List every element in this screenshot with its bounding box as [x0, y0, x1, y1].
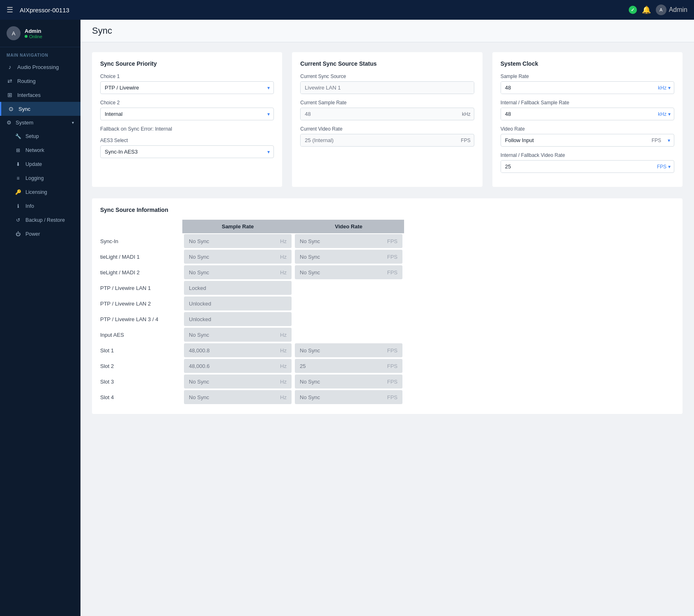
choice2-label: Choice 2	[100, 100, 274, 106]
current-sample-rate-group: Current Sample Rate kHz	[300, 100, 474, 120]
internal-fallback-sample-rate-group: Internal / Fallback Sample Rate kHz ▾	[501, 100, 674, 120]
sidebar-item-label: Sync	[18, 106, 30, 112]
choice2-select[interactable]: Internal PTP / Livewire Sync-In AES3	[100, 108, 274, 120]
internal-fallback-video-rate-label: Internal / Fallback Video Rate	[501, 152, 674, 158]
sync-in-vr-cell: No Sync FPS	[295, 234, 402, 248]
tielight1-sr-unit: Hz	[280, 254, 287, 260]
chevron-down-icon: ▾	[72, 120, 74, 125]
sample-rate-chevron-down-icon: ▾	[668, 85, 671, 91]
input-aes-sr-unit: Hz	[280, 332, 287, 338]
info-icon: ℹ	[15, 203, 21, 209]
user-menu[interactable]: A Admin	[656, 5, 687, 15]
row-label: tieLight / MADI 1	[100, 250, 182, 264]
tielight1-sr-value: No Sync	[189, 254, 209, 260]
sidebar-item-system[interactable]: ⚙ System ▾	[0, 116, 80, 129]
sidebar-item-setup[interactable]: 🔧 Setup	[0, 129, 80, 143]
current-video-rate-group: Current Video Rate FPS	[300, 126, 474, 147]
sidebar-item-sync[interactable]: ⊙ Sync	[0, 102, 80, 116]
menu-icon[interactable]: ☰	[7, 5, 13, 14]
network-icon: ⊞	[15, 147, 21, 154]
sidebar-item-label: Setup	[25, 133, 39, 139]
aes3-select[interactable]: Sync-In AES3 Input AES3	[100, 145, 274, 158]
sync-in-sr-cell: No Sync Hz	[184, 234, 292, 248]
aes3-label: AES3 Select	[100, 138, 274, 143]
sidebar: A Admin Online MAIN NAVIGATION ♪ Audio P…	[0, 20, 80, 616]
sync-source-info-heading: Sync Source Information	[100, 207, 674, 213]
sidebar-item-update[interactable]: ⬇ Update	[0, 157, 80, 171]
input-aes-sr-cell: No Sync Hz	[184, 328, 292, 342]
sidebar-item-interfaces[interactable]: ⊞ Interfaces	[0, 88, 80, 102]
row-label: Slot 1	[100, 343, 182, 357]
system-icon: ⚙	[7, 120, 11, 126]
internal-fallback-video-rate-group: Internal / Fallback Video Rate FPS ▾	[501, 152, 674, 173]
table-row: tieLight / MADI 2 No Sync Hz No Sync FPS	[100, 265, 674, 279]
content-area: Sync Source Priority Choice 1 PTP / Live…	[80, 42, 694, 424]
current-video-rate-label: Current Video Rate	[300, 126, 474, 132]
tielight2-vr-unit: FPS	[387, 269, 398, 276]
slot3-sr-cell: No Sync Hz	[184, 375, 292, 388]
slot4-sr-value: No Sync	[189, 394, 209, 400]
sidebar-item-label: Logging	[25, 175, 44, 181]
sidebar-avatar: A	[7, 26, 21, 40]
ptp-lan2-sr-cell: Unlocked	[184, 297, 292, 310]
audio-processing-icon: ♪	[7, 64, 13, 70]
choice1-select[interactable]: PTP / Livewire Internal Sync-In AES3 tie…	[100, 81, 274, 94]
table-row: Sync-In No Sync Hz No Sync FPS	[100, 234, 674, 248]
sidebar-item-info[interactable]: ℹ Info	[0, 199, 80, 213]
row-label: Slot 4	[100, 390, 182, 404]
choice1-label: Choice 1	[100, 74, 274, 79]
internal-fallback-sample-chevron-down-icon: ▾	[668, 111, 671, 117]
slot2-vr-value: 25	[300, 363, 306, 369]
sidebar-item-backup-restore[interactable]: ↺ Backup / Restore	[0, 213, 80, 227]
ptp-lan2-vr-cell	[295, 297, 402, 310]
tielight2-sr-cell: No Sync Hz	[184, 265, 292, 279]
sample-rate-label: Sample Rate	[501, 74, 674, 79]
system-clock-heading: System Clock	[501, 60, 674, 67]
table-header-row: Sample Rate Video Rate	[100, 220, 674, 233]
sample-rate-value[interactable]	[501, 82, 655, 94]
current-sync-source-status-panel: Current Sync Source Status Current Sync …	[292, 52, 482, 187]
video-rate-select[interactable]: Follow Input 25 30 29.97	[501, 134, 674, 147]
licensing-icon: 🔑	[15, 189, 21, 195]
sync-in-vr-unit: FPS	[387, 238, 398, 244]
sample-rate-unit-select[interactable]: kHz ▾	[655, 82, 674, 94]
tielight1-vr-cell: No Sync FPS	[295, 250, 402, 264]
tielight1-vr-unit: FPS	[387, 254, 398, 260]
sidebar-item-label: System	[16, 120, 33, 126]
sample-rate-unit: kHz	[658, 85, 666, 91]
sidebar-item-licensing[interactable]: 🔑 Licensing	[0, 185, 80, 199]
sidebar-item-logging[interactable]: ≡ Logging	[0, 171, 80, 185]
sync-source-info-panel: Sync Source Information Sample Rate Vide…	[92, 198, 683, 414]
internal-fallback-video-chevron-down-icon: ▾	[668, 164, 671, 170]
slot4-sr-cell: No Sync Hz	[184, 390, 292, 404]
slot2-sr-unit: Hz	[280, 363, 287, 369]
video-rate-select-wrapper: Follow Input 25 30 29.97 FPS ▾	[501, 134, 674, 147]
choice2-select-wrapper: Internal PTP / Livewire Sync-In AES3 ▾	[100, 108, 274, 120]
internal-fallback-sample-rate-unit-select[interactable]: kHz ▾	[655, 108, 674, 120]
internal-fallback-video-rate-unit-select[interactable]: FPS ▾	[654, 161, 674, 172]
internal-fallback-sample-rate-value[interactable]	[501, 108, 655, 120]
tielight2-sr-value: No Sync	[189, 269, 209, 276]
current-sync-source-input	[300, 81, 474, 94]
tielight1-sr-cell: No Sync Hz	[184, 250, 292, 264]
slot4-vr-cell: No Sync FPS	[295, 390, 402, 404]
slot2-sr-cell: 48,000.6 Hz	[184, 359, 292, 373]
choice1-select-wrapper: PTP / Livewire Internal Sync-In AES3 tie…	[100, 81, 274, 94]
ptp-lan2-sr-value: Unlocked	[189, 301, 211, 307]
current-video-rate-input: FPS	[300, 134, 474, 147]
sidebar-item-power[interactable]: ⏻ Power	[0, 227, 80, 241]
sidebar-item-routing[interactable]: ⇄ Routing	[0, 74, 80, 88]
col-header-video-rate: Video Rate	[293, 220, 404, 233]
sidebar-item-label: Update	[25, 161, 42, 167]
sidebar-item-audio-processing[interactable]: ♪ Audio Processing	[0, 60, 80, 74]
row-label: Input AES	[100, 328, 182, 342]
sidebar-item-network[interactable]: ⊞ Network	[0, 143, 80, 157]
slot1-sr-cell: 48,000.8 Hz	[184, 343, 292, 357]
internal-fallback-video-rate-value[interactable]	[501, 161, 654, 172]
ptp-lan1-sr-cell: Locked	[184, 281, 292, 295]
internal-fallback-video-rate-unit: FPS	[657, 164, 666, 170]
input-aes-sr-value: No Sync	[189, 332, 209, 338]
system-clock-panel: System Clock Sample Rate kHz ▾ Interna	[492, 52, 683, 187]
bell-icon[interactable]: 🔔	[642, 5, 651, 14]
topbar-icons: 🔔 A Admin	[629, 5, 687, 15]
